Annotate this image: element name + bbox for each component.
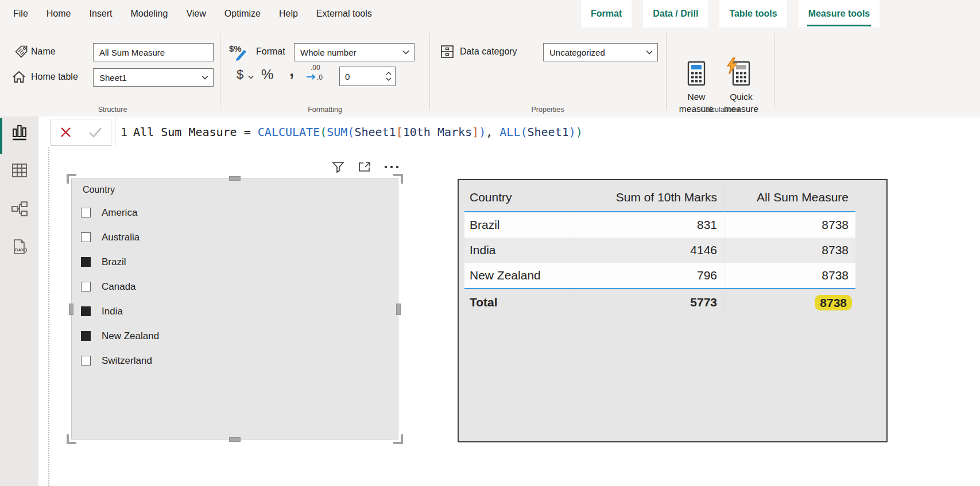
column-header-all-sum-measure[interactable]: All Sum Measure [725, 184, 855, 212]
properties-group-label: Properties [485, 106, 611, 114]
checkbox-switzerland[interactable] [81, 356, 91, 366]
format-type-select[interactable]: Whole number [294, 43, 415, 61]
dax-token: ] [472, 125, 479, 139]
menu-modeling[interactable]: Modeling [130, 9, 168, 19]
results-table-visual[interactable]: CountrySum of 10th MarksAll Sum MeasureB… [458, 179, 888, 442]
main-menu: FileHomeInsertModelingViewOptimizeHelpEx… [13, 0, 372, 28]
thousands-separator-button[interactable]: , [289, 61, 294, 80]
dax-token: ) [576, 125, 583, 139]
slicer-item-label: Australia [102, 232, 140, 243]
cancel-icon[interactable] [60, 126, 72, 138]
checkbox-new-zealand[interactable] [81, 331, 91, 341]
table-cell[interactable]: 8738 [725, 238, 855, 263]
dax-formula-input[interactable]: 1All Sum Measure = CALCULATE(SUM(Sheet1[… [115, 118, 980, 146]
column-header-country[interactable]: Country [464, 184, 575, 212]
chevron-down-icon [646, 50, 653, 55]
table-cell[interactable]: Brazil [464, 212, 575, 238]
dax-query-view-icon[interactable]: DAX [10, 237, 29, 258]
dax-token: ( [520, 125, 527, 139]
table-cell[interactable]: India [464, 238, 575, 263]
model-view-icon[interactable] [10, 199, 29, 219]
table-cell[interactable]: 8738 [725, 263, 855, 288]
dax-token: Sheet1 [527, 125, 568, 139]
selection-handle[interactable] [69, 304, 73, 315]
slicer-item-label: America [102, 207, 137, 219]
checkbox-india[interactable] [81, 306, 91, 316]
country-slicer[interactable]: Country AmericaAustraliaBrazilCanadaIndi… [71, 178, 398, 440]
slicer-title: Country [83, 185, 115, 195]
menu-insert[interactable]: Insert [89, 9, 112, 19]
data-category-select[interactable]: Uncategorized [543, 43, 658, 61]
checkbox-canada[interactable] [81, 282, 91, 291]
filter-icon[interactable] [332, 161, 344, 173]
menu-home[interactable]: Home [47, 9, 71, 19]
dax-token: SUM [327, 125, 347, 139]
measure-name-input[interactable]: All Sum Measure [93, 43, 214, 61]
checkbox-australia[interactable] [81, 232, 91, 242]
currency-chevron-icon[interactable] [248, 75, 254, 79]
menu-external-tools[interactable]: External tools [316, 9, 372, 19]
percent-button[interactable]: % [261, 67, 273, 83]
results-table: CountrySum of 10th MarksAll Sum MeasureB… [464, 184, 855, 316]
dax-token: ALL [499, 125, 520, 139]
decimal-places-icon[interactable]: .00 .0 [305, 63, 326, 81]
column-header-sum-of-10th-marks[interactable]: Sum of 10th Marks [575, 184, 725, 212]
tab-measure-tools[interactable]: Measure tools [799, 0, 880, 28]
tab-format[interactable]: Format [581, 0, 632, 28]
tab-table-tools[interactable]: Table tools [719, 0, 787, 28]
selection-handle[interactable] [393, 174, 403, 184]
report-view-icon[interactable] [10, 122, 29, 143]
table-cell[interactable]: 831 [575, 212, 725, 238]
selection-handle[interactable] [229, 176, 241, 181]
dax-token: Sheet1 [354, 125, 396, 139]
contextual-tabs: FormatData / DrillTable toolsMeasure too… [581, 0, 880, 28]
selection-handle[interactable] [229, 437, 241, 442]
checkbox-brazil[interactable] [81, 257, 91, 267]
svg-text:.00: .00 [311, 64, 320, 72]
selection-handle[interactable] [396, 304, 401, 315]
menu-file[interactable]: File [13, 9, 28, 19]
table-cell[interactable]: 8738 [725, 212, 855, 238]
table-cell[interactable]: 796 [575, 263, 725, 288]
slicer-item-america[interactable]: America [72, 200, 398, 225]
dax-token: ) [479, 125, 486, 139]
slicer-item-label: New Zealand [102, 331, 159, 342]
visual-header-toolbar [332, 161, 399, 173]
format-label: Format [256, 46, 285, 57]
name-label: Name [31, 46, 56, 57]
formula-commit-buttons [51, 119, 111, 146]
quick-measure-icon [731, 61, 752, 86]
selection-handle[interactable] [393, 434, 403, 444]
slicer-item-switzerland[interactable]: Switzerland [72, 348, 398, 373]
table-cell[interactable]: 4146 [575, 238, 725, 263]
tab-data-drill[interactable]: Data / Drill [643, 0, 708, 28]
formatting-group-label: Formatting [262, 106, 388, 114]
checkbox-america[interactable] [81, 208, 91, 217]
selection-handle[interactable] [67, 434, 76, 444]
home-table-select[interactable]: Sheet1 [93, 68, 214, 87]
slicer-item-india[interactable]: India [72, 299, 398, 324]
menu-optimize[interactable]: Optimize [224, 9, 261, 19]
decimal-places-stepper[interactable]: 0 [339, 67, 396, 86]
more-options-icon[interactable] [384, 165, 399, 169]
focus-mode-icon[interactable] [358, 161, 371, 173]
format-type-value: Whole number [300, 48, 357, 57]
table-cell[interactable]: New Zealand [464, 263, 575, 288]
currency-button[interactable]: $ [237, 67, 243, 82]
formula-bar: 1All Sum Measure = CALCULATE(SUM(Sheet1[… [38, 116, 980, 148]
dax-token: All Sum Measure [133, 125, 244, 139]
slicer-item-new-zealand[interactable]: New Zealand [72, 324, 398, 348]
measure-name-value: All Sum Measure [99, 48, 165, 57]
group-separator [666, 33, 667, 110]
selection-handle[interactable] [67, 174, 76, 184]
menu-view[interactable]: View [186, 9, 206, 19]
menu-bar: FileHomeInsertModelingViewOptimizeHelpEx… [0, 0, 980, 28]
slicer-item-australia[interactable]: Australia [72, 225, 398, 250]
table-view-icon[interactable] [10, 160, 29, 181]
slicer-item-canada[interactable]: Canada [72, 274, 398, 299]
stepper-arrows[interactable] [386, 72, 395, 81]
menu-help[interactable]: Help [279, 9, 298, 19]
checkmark-icon[interactable] [88, 127, 102, 138]
structure-group-label: Structure [49, 106, 176, 114]
slicer-item-brazil[interactable]: Brazil [72, 250, 398, 274]
